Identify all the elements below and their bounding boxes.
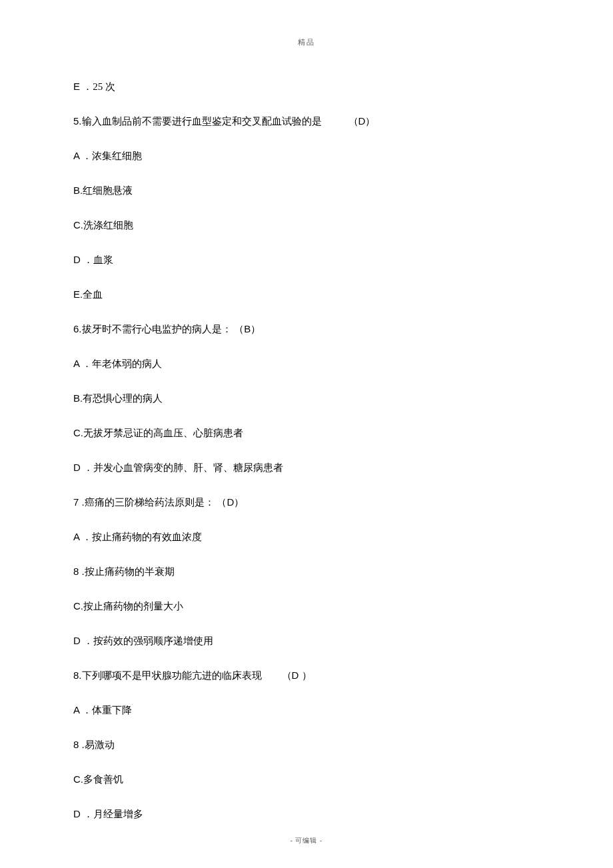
- line-text: 易激动: [85, 739, 115, 750]
- line-prefix: B.: [73, 392, 83, 404]
- document-body: E ．25 次5.输入血制品前不需要进行血型鉴定和交叉配血试验的是（D）A ．浓…: [73, 79, 540, 821]
- text-line: D ．月经量增多: [73, 807, 540, 821]
- page-header: 精品: [73, 37, 540, 47]
- line-prefix: D ．: [73, 808, 93, 819]
- line-text: 输入血制品前不需要进行血型鉴定和交叉配血试验的是: [82, 116, 322, 127]
- answer-label: （D）: [217, 496, 244, 508]
- text-line: D ．按药效的强弱顺序递增使用: [73, 634, 540, 648]
- text-line: C.按止痛药物的剂量大小: [73, 599, 540, 614]
- text-line: D ．并发心血管病变的肺、肝、肾、糖尿病患者: [73, 460, 540, 475]
- line-prefix: 7 .: [73, 496, 85, 508]
- line-text: 按止痛药物的半衰期: [85, 566, 175, 577]
- text-line: D ．血浆: [73, 252, 540, 267]
- text-line: A ．年老体弱的病人: [73, 356, 540, 371]
- line-prefix: 8 .: [73, 566, 85, 577]
- line-prefix: D ．: [73, 462, 93, 473]
- text-line: B.红细胞悬液: [73, 183, 540, 198]
- line-prefix: A ．: [73, 150, 92, 161]
- line-prefix: 8.: [73, 669, 82, 681]
- text-line: B.有恐惧心理的病人: [73, 391, 540, 406]
- line-prefix: 8 .: [73, 739, 85, 750]
- text-line: A ．体重下降: [73, 703, 540, 717]
- line-text: 全血: [83, 289, 103, 300]
- text-line: E ．25 次: [73, 79, 540, 94]
- line-text: 按止痛药物的有效血浓度: [92, 532, 202, 542]
- line-text: 按药效的强弱顺序递增使用: [93, 636, 213, 646]
- line-text: 浓集红细胞: [92, 151, 142, 161]
- line-prefix: B.: [73, 185, 83, 196]
- line-text: 癌痛的三阶梯给药法原则是：: [85, 497, 215, 508]
- line-prefix: C.: [73, 773, 83, 785]
- text-line: C.洗涤红细胞: [73, 218, 540, 232]
- line-text: 并发心血管病变的肺、肝、肾、糖尿病患者: [93, 462, 283, 473]
- text-line: 8 .按止痛药物的半衰期: [73, 564, 540, 579]
- text-line: 6.拔牙时不需行心电监护的病人是： （B）: [73, 322, 540, 336]
- line-prefix: E.: [73, 288, 83, 300]
- line-text: 红细胞悬液: [83, 185, 133, 196]
- line-text: 无拔牙禁忌证的高血压、心脏病患者: [83, 428, 243, 438]
- line-prefix: A ．: [73, 704, 92, 715]
- line-prefix: C.: [73, 219, 83, 230]
- answer-label: （D）: [348, 115, 376, 127]
- line-prefix: D ．: [73, 635, 93, 646]
- line-prefix: E ．: [73, 81, 93, 92]
- line-text: 血浆: [93, 254, 113, 265]
- line-text: 按止痛药物的剂量大小: [83, 601, 183, 612]
- line-text: 体重下降: [92, 705, 132, 715]
- line-prefix: C.: [73, 427, 83, 438]
- text-line: 5.输入血制品前不需要进行血型鉴定和交叉配血试验的是（D）: [73, 114, 540, 129]
- line-text: 下列哪项不是甲状腺功能亢进的临床表现: [82, 670, 262, 681]
- text-line: 8 .易激动: [73, 737, 540, 752]
- text-line: 7 .癌痛的三阶梯给药法原则是： （D）: [73, 495, 540, 510]
- text-line: C.无拔牙禁忌证的高血压、心脏病患者: [73, 426, 540, 440]
- line-prefix: A ．: [73, 531, 92, 542]
- answer-label: （B）: [234, 323, 261, 334]
- text-line: E.全血: [73, 287, 540, 302]
- line-text: 多食善饥: [83, 774, 123, 785]
- answer-label: （D ）: [282, 669, 312, 681]
- text-line: C.多食善饥: [73, 772, 540, 787]
- document-page: 精品 E ．25 次5.输入血制品前不需要进行血型鉴定和交叉配血试验的是（D）A…: [0, 0, 613, 868]
- line-prefix: 6.: [73, 323, 82, 334]
- line-prefix: C.: [73, 600, 83, 612]
- line-text: 年老体弱的病人: [92, 358, 162, 369]
- text-line: 8.下列哪项不是甲状腺功能亢进的临床表现（D ）: [73, 668, 540, 683]
- line-prefix: 5.: [73, 115, 82, 127]
- text-line: A ．按止痛药物的有效血浓度: [73, 530, 540, 544]
- text-line: A ．浓集红细胞: [73, 149, 540, 163]
- line-prefix: D ．: [73, 254, 93, 265]
- line-text: 月经量增多: [93, 809, 143, 819]
- line-text: 拔牙时不需行心电监护的病人是：: [82, 324, 232, 334]
- page-footer: - 可编辑 -: [0, 836, 613, 845]
- line-text: 有恐惧心理的病人: [83, 393, 163, 404]
- line-text: 洗涤红细胞: [83, 220, 133, 230]
- line-text: 25 次: [93, 81, 115, 92]
- line-prefix: A ．: [73, 358, 92, 369]
